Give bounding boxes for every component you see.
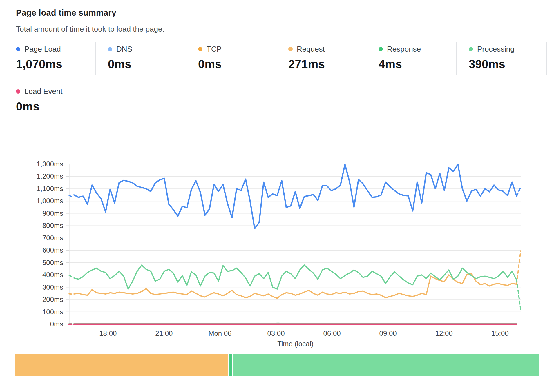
series-line-processing (74, 265, 517, 289)
y-axis-tick-label: 100ms (42, 308, 63, 316)
page-load-dot-icon (16, 47, 20, 51)
x-axis-tick-label: 06:00 (323, 329, 341, 337)
dns-dot-icon (108, 47, 112, 51)
series-line-page-load (74, 164, 517, 229)
transition-segment[interactable] (229, 354, 232, 376)
stat-value: 1,070ms (16, 58, 95, 71)
x-axis-tick-label: 18:00 (99, 329, 117, 337)
y-axis-tick-label: 600ms (42, 246, 63, 254)
legend-stats-row: Page Load 1,070ms DNS 0ms TCP 0ms Reques… (0, 42, 554, 75)
stat-request: Request 271ms (276, 42, 366, 75)
tcp-dot-icon (198, 47, 202, 51)
stat-value: 390ms (469, 58, 546, 71)
stat-response: Response 4ms (366, 42, 457, 75)
processing-dot-icon (469, 47, 473, 51)
legend-stats-row-2: Load Event 0ms (0, 85, 554, 117)
y-axis-tick-label: 900ms (42, 209, 63, 217)
status-timeline-bar[interactable] (15, 354, 539, 376)
stat-label: Request (297, 45, 325, 54)
processing-segment[interactable] (233, 354, 539, 376)
y-axis-tick-label: 1,100ms (37, 185, 63, 193)
y-axis-tick-label: 700ms (42, 234, 63, 242)
stat-label: DNS (116, 45, 132, 54)
page-title: Page load time summary (16, 8, 554, 18)
y-axis-tick-label: 800ms (42, 222, 63, 229)
x-axis-tick-label: 12:00 (435, 329, 453, 337)
page-subtitle: Total amount of time it took to load the… (16, 25, 554, 34)
stat-value: 0ms (16, 100, 96, 113)
x-axis-tick-label: 09:00 (379, 329, 397, 337)
y-axis-tick-label: 400ms (42, 271, 63, 279)
stat-label: Load Event (24, 87, 63, 96)
y-axis-tick-label: 1,200ms (37, 172, 63, 180)
x-axis-tick-label: 21:00 (155, 329, 173, 337)
response-dot-icon (379, 47, 383, 51)
y-axis-tick-label: 200ms (42, 295, 63, 303)
series-line-request (74, 274, 517, 298)
stat-value: 0ms (198, 58, 276, 71)
stat-label: Processing (477, 45, 515, 54)
stat-value: 0ms (108, 58, 186, 71)
load-event-dot-icon (16, 89, 20, 94)
request-segment[interactable] (15, 354, 228, 376)
stat-label: TCP (207, 45, 222, 54)
x-axis-tick-label: 15:00 (491, 329, 509, 337)
stat-label: Page Load (24, 45, 61, 54)
stat-tcp: TCP 0ms (186, 42, 276, 75)
page-load-time-chart[interactable]: 0ms100ms200ms300ms400ms500ms600ms700ms80… (0, 128, 554, 351)
x-axis-tick-label: Mon 06 (208, 329, 231, 337)
stat-label: Response (387, 45, 421, 54)
stat-dns: DNS 0ms (96, 42, 186, 75)
stat-value: 271ms (288, 58, 366, 71)
y-axis-tick-label: 1,000ms (37, 197, 63, 205)
stat-processing: Processing 390ms (457, 42, 547, 75)
stat-load-event: Load Event 0ms (0, 85, 96, 117)
y-axis-tick-label: 500ms (42, 259, 63, 266)
y-axis-tick-label: 300ms (42, 283, 63, 291)
stat-value: 4ms (379, 58, 456, 71)
x-axis-title: Time (local) (277, 340, 313, 348)
y-axis-tick-label: 0ms (50, 320, 63, 328)
y-axis-tick-label: 1,300ms (37, 160, 63, 168)
stat-page-load: Page Load 1,070ms (0, 42, 96, 75)
x-axis-tick-label: 03:00 (267, 329, 285, 337)
request-dot-icon (288, 47, 293, 51)
